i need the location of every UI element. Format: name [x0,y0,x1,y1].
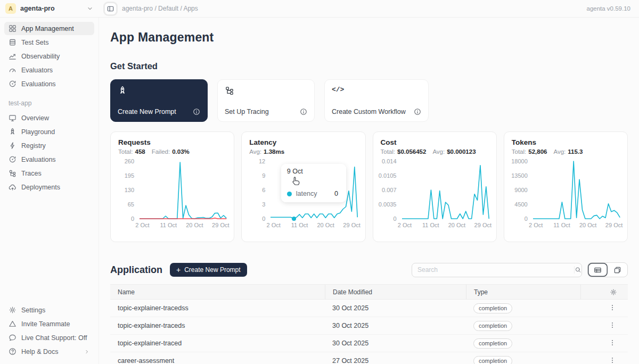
breadcrumb[interactable]: agenta-pro / Default / Apps [122,5,198,12]
chart-stat: Avg:$0.000123 [432,148,476,155]
sidebar-item-app-management[interactable]: App Management [4,22,94,35]
tree-icon [9,169,17,177]
sidebar: App ManagementTest SetsObservabilityEval… [0,18,99,364]
sidebar-item-evaluators[interactable]: Evaluators [4,63,94,77]
get-started-title: Get Started [110,61,628,71]
sidebar-item-deployments[interactable]: Deployments [4,180,94,194]
get-started-card-set-up-tracing[interactable]: Set Up Tracing [217,79,315,122]
gear-icon [9,306,17,314]
help-icon [9,348,17,355]
cloud-icon [9,183,17,191]
card-view-button[interactable] [608,263,627,277]
tooltip-date: 9 Oct [287,168,340,175]
column-settings-gear-icon[interactable] [610,288,617,296]
sidebar-item-playground[interactable]: Playground [4,125,94,138]
workspace-selector[interactable]: A agenta-pro [0,3,99,14]
tree-icon [225,86,234,95]
create-new-prompt-button[interactable]: + Create New Prompt [170,263,247,277]
sidebar-item-overview[interactable]: Overview [4,111,94,125]
sidebar-item-label: Playground [21,128,55,136]
workspace-name: agenta-pro [20,5,82,12]
sidebar-item-label: Registry [21,142,46,150]
sidebar-item-help-docs[interactable]: Help & Docs [4,345,94,358]
column-header-date-modified: Date Modified [325,285,466,299]
table-row[interactable]: topic-explainer-tracedss30 Oct 2025compl… [110,300,628,317]
type-badge: completion [473,303,512,313]
chart-card-cost: CostTotal:$0.056452Avg:$0.0001230.0140.0… [373,131,497,242]
type-badge: completion [473,321,512,331]
type-badge: completion [473,356,512,364]
x-axis: 2 Oct11 Oct20 Oct29 Oct [271,219,357,228]
tooltip-series-name: latency [296,190,317,197]
sidebar-footer-nav: SettingsInvite TeammateLive Chat Support… [4,303,94,359]
panel-icon [106,5,114,13]
table-view-button[interactable] [588,263,608,277]
chart-stat: Failed:0.03% [152,148,190,155]
sidebar-item-evaluations[interactable]: Evaluations [4,77,94,90]
row-menu-icon[interactable] [609,321,616,329]
version-label: agenta v0.59.10 [587,5,639,12]
sidebar-item-observability[interactable]: Observability [4,49,94,63]
sidebar-item-registry[interactable]: Registry [4,139,94,152]
application-header: Application + Create New Prompt [110,262,628,277]
sidebar-item-label: Test Sets [21,39,48,46]
table-row[interactable]: topic-explainer-traced30 Oct 2025complet… [110,335,628,352]
row-menu-icon[interactable] [609,339,616,346]
row-menu-icon[interactable] [609,304,616,311]
rocket-icon [9,128,17,136]
sidebar-item-live-chat-support-off[interactable]: Live Chat Support: Off [4,331,94,344]
search-icon[interactable] [574,266,581,274]
monitor-icon [9,114,17,122]
chart-stat: Total:$0.056452 [381,148,427,155]
gauge-icon [9,66,17,74]
search-input[interactable] [412,266,574,274]
plot-area: 9 Octlatency0 [271,161,357,219]
main-content: App Management Get Started Create New Pr… [99,18,639,364]
sidebar-item-label: Evaluators [21,67,53,74]
sidebar-item-test-sets[interactable]: Test Sets [4,36,94,49]
sidebar-item-label: Deployments [21,184,60,191]
sidebar-collapse-button[interactable] [103,2,118,16]
sidebar-item-evaluations[interactable]: Evaluations [4,153,94,166]
sidebar-item-label: App Management [21,25,74,32]
sidebar-main-nav: App ManagementTest SetsObservabilityEval… [4,22,94,91]
chart-tooltip: 9 Octlatency0 [281,164,346,202]
tooltip-value: 0 [334,190,340,197]
table-row[interactable]: topic-explainer-traceds30 Oct 2025comple… [110,317,628,335]
chart-stats: Total:458Failed:0.03% [118,148,226,155]
card-view-icon [613,266,621,274]
code-icon: </> [332,86,421,95]
get-started-card-create-custom-workflow[interactable]: </>Create Custom Workflow [324,79,429,122]
card-label: Create New Prompt [118,108,176,115]
sidebar-item-invite-teammate[interactable]: Invite Teammate [4,317,94,330]
legend-dot [287,192,292,196]
chart-card-latency: LatencyAvg:1.38ms1296309 Octlatency02 Oc… [241,131,365,242]
info-icon[interactable] [193,108,200,115]
chart-title: Latency [249,138,357,146]
sidebar-item-label: Invite Teammate [21,320,70,328]
column-header-type: Type [466,285,580,299]
info-icon[interactable] [300,108,307,115]
column-header-name: Name [110,285,325,299]
sidebar-item-traces[interactable]: Traces [4,167,94,180]
page-title: App Management [110,30,628,45]
chart-title: Requests [118,138,226,146]
sidebar-item-settings[interactable]: Settings [4,303,94,317]
chart-title: Tokens [512,138,620,146]
workspace-avatar: A [5,3,16,14]
date-modified-cell: 30 Oct 2025 [325,340,466,347]
date-modified-cell: 30 Oct 2025 [325,322,466,329]
get-started-card-create-new-prompt[interactable]: Create New Prompt [110,79,208,122]
info-icon[interactable] [414,108,421,115]
chat-icon [9,334,17,342]
bolt-icon [9,142,17,150]
row-menu-icon[interactable] [609,357,616,364]
x-axis: 2 Oct11 Oct20 Oct29 Oct [533,219,620,228]
table-row[interactable]: career-assessment27 Oct 2025completion [110,352,628,364]
app-name-cell: career-assessment [110,357,325,364]
x-axis: 2 Oct11 Oct20 Oct29 Oct [402,219,489,228]
grid-icon [9,24,17,32]
y-axis: 0.0140.01050.0070.00350 [381,161,402,219]
type-badge: completion [473,338,512,349]
view-toggle [587,262,628,277]
